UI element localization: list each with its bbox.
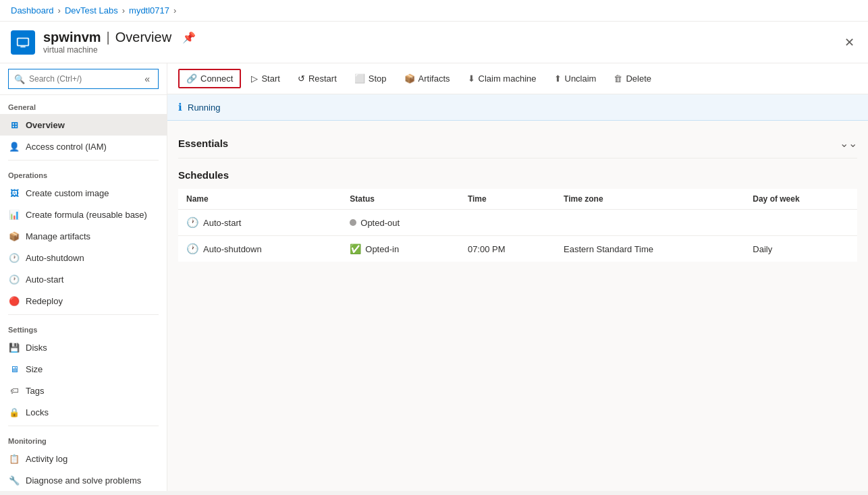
redeploy-icon: 🔴 bbox=[8, 295, 20, 307]
start-icon: ▷ bbox=[251, 74, 258, 84]
row-name-autoshutdown: 🕐 Auto-shutdown bbox=[178, 236, 342, 262]
delete-button[interactable]: 🗑 Delete bbox=[606, 69, 659, 88]
sidebar-item-create-custom-image[interactable]: 🖼 Create custom image bbox=[0, 182, 167, 204]
restart-icon: ↺ bbox=[298, 74, 305, 84]
start-label: Start bbox=[261, 74, 279, 84]
sidebar-item-activity-log[interactable]: 📋 Activity log bbox=[0, 448, 167, 469]
sidebar-item-size[interactable]: 🖥 Size bbox=[0, 358, 167, 380]
sidebar-item-tags-label: Tags bbox=[26, 386, 44, 396]
create-custom-image-icon: 🖼 bbox=[8, 187, 20, 199]
restart-button[interactable]: ↺ Restart bbox=[290, 69, 344, 88]
auto-shutdown-icon: 🕐 bbox=[8, 252, 20, 264]
svg-rect-2 bbox=[20, 46, 25, 47]
monitoring-section-label: Monitoring bbox=[0, 429, 167, 448]
divider-general bbox=[8, 160, 159, 161]
sidebar-item-auto-shutdown-label: Auto-shutdown bbox=[26, 253, 84, 263]
size-icon: 🖥 bbox=[8, 363, 20, 375]
auto-start-row-icon: 🕐 bbox=[186, 216, 199, 229]
sidebar-item-size-label: Size bbox=[26, 364, 43, 374]
sidebar-item-activity-log-label: Activity log bbox=[26, 454, 67, 464]
overview-icon: ⊞ bbox=[8, 119, 20, 131]
unclaim-button[interactable]: ⬆ Unclaim bbox=[547, 69, 604, 88]
status-text: Running bbox=[188, 103, 220, 113]
divider-settings bbox=[8, 426, 159, 426]
unclaim-label: Unclaim bbox=[565, 74, 597, 84]
claim-machine-button[interactable]: ⬇ Claim machine bbox=[460, 69, 544, 88]
sidebar-item-diagnose[interactable]: 🔧 Diagnose and solve problems bbox=[0, 469, 167, 491]
sidebar-item-diagnose-label: Diagnose and solve problems bbox=[26, 475, 141, 486]
col-timezone: Time zone bbox=[555, 189, 744, 210]
delete-icon: 🗑 bbox=[614, 74, 622, 84]
row-timezone-autostart bbox=[555, 210, 744, 236]
search-icon: 🔍 bbox=[14, 74, 25, 84]
svg-rect-1 bbox=[18, 38, 28, 45]
status-bar: ℹ Running bbox=[167, 94, 868, 121]
stop-icon: ⬜ bbox=[354, 74, 365, 84]
claim-machine-icon: ⬇ bbox=[468, 74, 475, 84]
col-name: Name bbox=[178, 189, 342, 210]
sidebar-item-redeploy[interactable]: 🔴 Redeploy bbox=[0, 290, 167, 312]
access-control-icon: 👤 bbox=[8, 140, 20, 152]
sidebar-item-auto-shutdown[interactable]: 🕐 Auto-shutdown bbox=[0, 247, 167, 268]
breadcrumb-devtest[interactable]: DevTest Labs bbox=[65, 5, 118, 16]
sidebar-item-create-formula-label: Create formula (reusable base) bbox=[26, 210, 147, 220]
sidebar-item-redeploy-label: Redeploy bbox=[26, 296, 63, 306]
sidebar-item-auto-start[interactable]: 🕐 Auto-start bbox=[0, 268, 167, 290]
operations-section-label: Operations bbox=[0, 163, 167, 182]
stop-button[interactable]: ⬜ Stop bbox=[347, 69, 394, 88]
sidebar-item-manage-artifacts[interactable]: 📦 Manage artifacts bbox=[0, 225, 167, 247]
delete-label: Delete bbox=[626, 74, 651, 84]
sidebar: 🔍 « General ⊞ Overview 👤 Access control … bbox=[0, 63, 167, 491]
search-box: 🔍 « bbox=[0, 63, 167, 95]
close-button[interactable]: ✕ bbox=[842, 32, 857, 53]
sidebar-item-access-control-label: Access control (IAM) bbox=[26, 142, 107, 152]
unclaim-icon: ⬆ bbox=[554, 74, 562, 84]
connect-icon: 🔗 bbox=[186, 74, 197, 84]
manage-artifacts-icon: 📦 bbox=[8, 230, 20, 242]
sidebar-item-disks[interactable]: 💾 Disks bbox=[0, 337, 167, 358]
vm-name: spwinvm bbox=[43, 30, 101, 45]
row-timezone-autoshutdown: Eastern Standard Time bbox=[555, 236, 744, 262]
activity-log-icon: 📋 bbox=[8, 453, 20, 465]
start-button[interactable]: ▷ Start bbox=[244, 69, 287, 88]
main-content: 🔗 Connect ▷ Start ↺ Restart ⬜ Stop 📦 Art… bbox=[167, 63, 868, 491]
search-input[interactable] bbox=[29, 74, 138, 84]
col-time: Time bbox=[460, 189, 555, 210]
col-day-of-week: Day of week bbox=[744, 189, 857, 210]
diagnose-icon: 🔧 bbox=[8, 474, 20, 486]
tags-icon: 🏷 bbox=[8, 384, 20, 397]
sidebar-item-disks-label: Disks bbox=[26, 343, 47, 353]
status-dot-gray bbox=[350, 219, 356, 226]
schedules-section: Schedules Name Status Time Time zone Day… bbox=[178, 169, 857, 262]
settings-section-label: Settings bbox=[0, 318, 167, 337]
collapse-button[interactable]: « bbox=[142, 72, 153, 86]
vm-type: virtual machine bbox=[43, 45, 196, 55]
row-status-autoshutdown: ✅ Opted-in bbox=[342, 236, 460, 262]
page-title: Overview bbox=[115, 30, 171, 45]
breadcrumb-lab[interactable]: mydtl0717 bbox=[129, 5, 169, 16]
sidebar-item-create-custom-image-label: Create custom image bbox=[26, 188, 109, 198]
page-header: spwinvm | Overview 📌 virtual machine ✕ bbox=[0, 22, 868, 63]
essentials-bar: Essentials ⌄⌄ bbox=[178, 132, 857, 158]
sidebar-item-create-formula[interactable]: 📊 Create formula (reusable base) bbox=[0, 204, 167, 225]
sidebar-item-manage-artifacts-label: Manage artifacts bbox=[26, 231, 90, 241]
disks-icon: 💾 bbox=[8, 341, 20, 353]
status-check-icon: ✅ bbox=[350, 243, 361, 254]
sidebar-item-tags[interactable]: 🏷 Tags bbox=[0, 380, 167, 401]
essentials-expand-button[interactable]: ⌄⌄ bbox=[840, 137, 857, 150]
connect-button[interactable]: 🔗 Connect bbox=[178, 69, 241, 88]
sidebar-item-locks[interactable]: 🔒 Locks bbox=[0, 401, 167, 423]
artifacts-button[interactable]: 📦 Artifacts bbox=[397, 69, 458, 88]
artifacts-icon: 📦 bbox=[404, 74, 415, 84]
header-title-group: spwinvm | Overview 📌 virtual machine bbox=[43, 30, 196, 55]
sidebar-item-overview[interactable]: ⊞ Overview bbox=[0, 114, 167, 136]
row-time-autostart bbox=[460, 210, 555, 236]
sidebar-item-access-control[interactable]: 👤 Access control (IAM) bbox=[0, 136, 167, 157]
pin-icon[interactable]: 📌 bbox=[182, 31, 196, 44]
connect-label: Connect bbox=[200, 74, 233, 84]
create-formula-icon: 📊 bbox=[8, 208, 20, 221]
sidebar-item-overview-label: Overview bbox=[26, 120, 65, 130]
row-time-autoshutdown: 07:00 PM bbox=[460, 236, 555, 262]
locks-icon: 🔒 bbox=[8, 406, 20, 418]
breadcrumb-dashboard[interactable]: Dashboard bbox=[11, 5, 54, 16]
